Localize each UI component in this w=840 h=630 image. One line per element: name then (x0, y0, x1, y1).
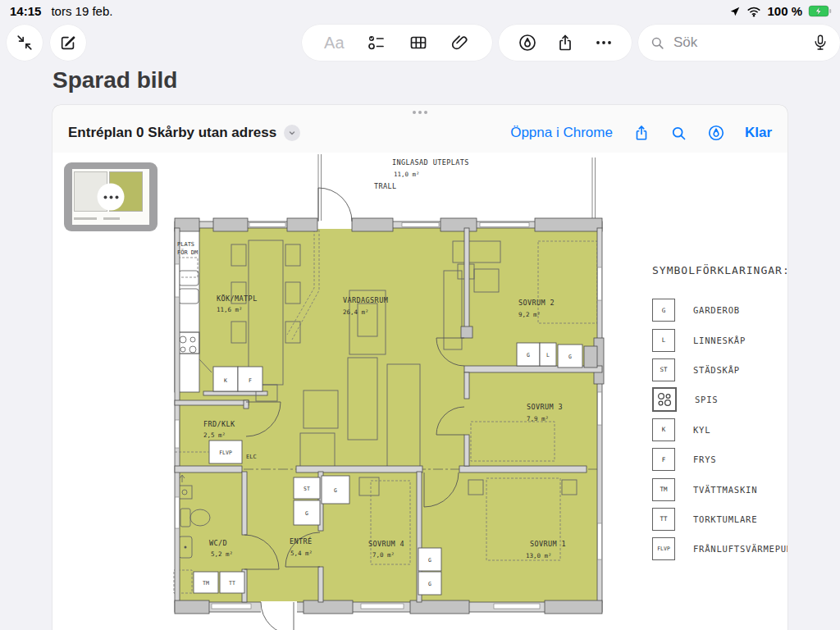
battery-charging-icon (808, 5, 832, 17)
frys-symbol: F (652, 448, 675, 471)
stadskap-marker: ST (304, 486, 310, 492)
table-button[interactable] (409, 33, 428, 52)
room-label: SOVRUM 1 (530, 540, 566, 548)
garderob-marker: G (305, 510, 308, 517)
annotation: ELC (246, 454, 257, 460)
legend-row: L LINNESKÅP (652, 325, 788, 354)
compose-button[interactable] (50, 25, 86, 61)
legend-row: K KYL (652, 415, 788, 445)
garderob-marker: G (428, 557, 431, 564)
attachment-button[interactable] (450, 33, 470, 52)
share-button[interactable] (555, 33, 575, 52)
garderob-symbol: G (652, 299, 675, 322)
dictation-mic-icon[interactable] (812, 34, 829, 52)
wifi-icon (746, 6, 761, 17)
room-area: 11,6 m² (217, 306, 243, 313)
legend-label: FRÅNLUFTSVÄRMEPUMP (693, 544, 788, 554)
more-button[interactable] (594, 33, 614, 52)
kyl-marker: K (224, 377, 227, 384)
room-label: INGLASAD UTEPLATS (392, 158, 469, 167)
format-toolbar: Aa (302, 25, 492, 61)
text-style-button[interactable]: Aa (324, 34, 344, 52)
room-area: 5,4 m² (290, 550, 313, 557)
garderob-marker: G (334, 487, 337, 494)
image-viewer-panel: Entréplan 0 Skårby utan adress Öppna i C… (52, 105, 788, 630)
room-area: 7,9 m² (527, 415, 549, 422)
legend-label: FRYS (693, 454, 717, 464)
garderob-marker: G (568, 354, 572, 360)
tvattmaskin-symbol: TM (652, 478, 675, 501)
viewer-header: Entréplan 0 Skårby utan adress Öppna i C… (52, 118, 788, 148)
legend-row: TM TVÄTTMASKIN (652, 474, 788, 504)
room-label: SOVRUM 3 (527, 403, 563, 411)
legend-label: LINNESKÅP (693, 336, 746, 345)
file-title: Entréplan 0 Skårby utan adress (68, 125, 276, 141)
legend-row: SPIS (652, 385, 788, 414)
search-icon (650, 35, 665, 51)
room-label: FRD/KLK (203, 420, 235, 428)
toolbar: Aa (7, 25, 833, 61)
file-title-menu-button[interactable] (284, 125, 300, 141)
room-label: TRALL (374, 182, 397, 190)
search-bar (638, 25, 840, 61)
legend-label: STÄDSKÅP (693, 365, 740, 375)
share-button-viewer[interactable] (632, 124, 651, 142)
room-label: VARDAGSRUM (343, 296, 388, 304)
legend-title: SYMBOLFÖRKLARINGAR: (652, 264, 788, 276)
date: tors 19 feb. (51, 4, 112, 18)
room-label: WC/D (209, 539, 227, 547)
annotation: FÖR DM (177, 249, 198, 256)
torktumlare-symbol: TT (652, 508, 675, 531)
search-input[interactable] (672, 34, 806, 52)
room-area: 5,2 m² (211, 550, 233, 558)
battery-percent: 100 % (767, 4, 802, 18)
room-area: 26,4 m² (343, 308, 369, 316)
done-button[interactable]: Klar (745, 125, 772, 141)
room-area: 7,0 m² (372, 551, 395, 559)
legend-row: ST STÄDSKÅP (652, 355, 788, 385)
tvattmaskin-marker: TM (203, 580, 209, 587)
room-label: KÖK/MATPL (217, 294, 258, 303)
room-label: SOVRUM 2 (518, 299, 555, 307)
room-area: 11,0 m² (394, 171, 420, 178)
legend-label: SPIS (695, 395, 719, 404)
status-bar: 14:15 tors 19 feb. 100 % (0, 0, 840, 23)
legend-label: TORKTUMLARE (693, 514, 757, 524)
location-icon (729, 6, 741, 17)
frys-marker: F (249, 377, 252, 384)
markup-button[interactable] (518, 33, 537, 52)
markup-button-viewer[interactable] (707, 124, 725, 142)
torktumlare-marker: TT (229, 580, 235, 587)
room-area: 2,5 m² (203, 431, 226, 439)
kyl-symbol: K (652, 418, 675, 441)
page-title: Sparad bild (52, 67, 177, 94)
checklist-button[interactable] (367, 33, 386, 52)
thumbnail-more-button[interactable] (98, 184, 125, 211)
legend-row: FLVP FRÅNLUFTSVÄRMEPUMP (652, 534, 788, 564)
room-area: 13,0 m² (526, 552, 552, 559)
garderob-marker: G (428, 581, 431, 587)
floorplan-thumbnail[interactable] (64, 162, 158, 231)
legend-label: TVÄTTMASKIN (693, 485, 757, 495)
floorplan-image: K F G L G FLVP ST G G TM TT G G INGLASAD… (52, 153, 788, 630)
legend-row: TT TORKTUMLARE (652, 504, 788, 534)
legend-row: F FRYS (652, 445, 788, 474)
room-label: ENTRÉ (290, 536, 313, 546)
garderob-marker: G (527, 352, 530, 358)
chevron-down-icon (287, 128, 297, 138)
linneskap-marker: L (546, 352, 550, 358)
legend-label: GARDEROB (693, 305, 740, 315)
stadskap-symbol: ST (652, 358, 675, 381)
legend-label: KYL (693, 425, 710, 435)
search-in-image-button[interactable] (670, 125, 687, 142)
linneskap-symbol: L (652, 329, 675, 352)
annotation: PLATS (177, 241, 194, 248)
room-label: SOVRUM 4 (368, 540, 404, 548)
legend-row: G GARDEROB (652, 295, 788, 325)
open-in-chrome-button[interactable]: Öppna i Chrome (510, 125, 613, 141)
collapse-button[interactable] (7, 25, 43, 61)
flvp-marker: FLVP (219, 450, 232, 456)
drag-handle[interactable] (413, 111, 427, 114)
room-area: 9,2 m² (518, 311, 541, 318)
compose-icon (59, 34, 77, 52)
